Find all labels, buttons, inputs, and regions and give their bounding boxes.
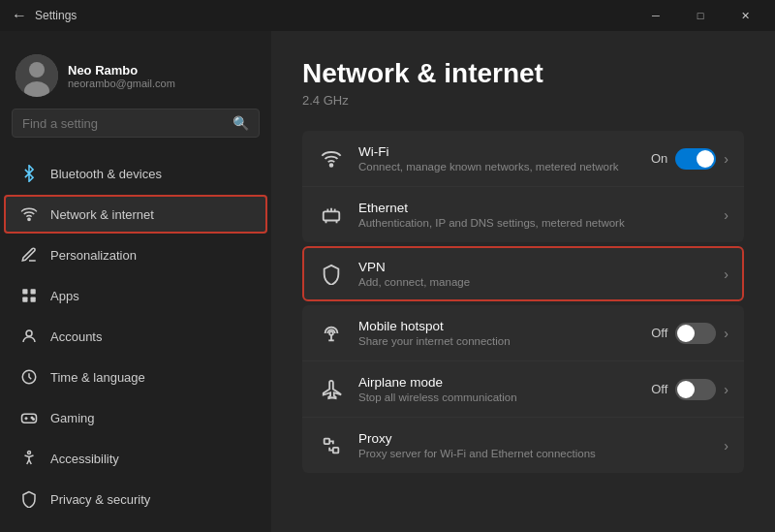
nav-item-network[interactable]: Network & internet [4, 195, 267, 234]
wifi-ethernet-card: Wi-Fi Connect, manage known networks, me… [302, 131, 744, 242]
ethernet-title: Ethernet [358, 201, 710, 215]
hotspot-title: Mobile hotspot [358, 319, 637, 333]
vpn-text: VPN Add, connect, manage [358, 260, 710, 288]
nav-item-gaming[interactable]: Gaming [4, 398, 267, 437]
nav-item[interactable]: Bluetooth & devices [4, 154, 267, 193]
profile[interactable]: Neo Rambo neorambo@gmail.com [12, 47, 260, 109]
svg-point-15 [28, 452, 31, 454]
apps-icon [19, 286, 39, 305]
avatar [16, 54, 58, 97]
wifi-chevron: › [724, 151, 728, 167]
ethernet-icon [318, 202, 345, 229]
titlebar-controls: ─ □ ✕ [634, 0, 767, 31]
vpn-setting[interactable]: VPN Add, connect, manage › [302, 246, 744, 301]
airplane-text: Airplane mode Stop all wireless communic… [358, 375, 637, 403]
airplane-chevron: › [724, 382, 728, 397]
proxy-title: Proxy [358, 431, 710, 446]
hotspot-text: Mobile hotspot Share your internet conne… [358, 319, 637, 347]
sidebar-item-label: Bluetooth & devices [50, 167, 162, 181]
toggle-thumb [697, 150, 714, 168]
proxy-setting[interactable]: Proxy Proxy server for Wi-Fi and Etherne… [302, 418, 744, 473]
proxy-text: Proxy Proxy server for Wi-Fi and Etherne… [358, 431, 710, 459]
svg-rect-6 [22, 297, 27, 302]
svg-point-8 [26, 330, 32, 336]
svg-point-1 [29, 62, 45, 78]
time-icon [19, 367, 39, 387]
sidebar-item-label: Personalization [50, 248, 137, 263]
sidebar-item-label: Accounts [50, 329, 102, 344]
proxy-icon [318, 432, 345, 459]
airplane-value: Off [651, 382, 667, 396]
misc-card: Mobile hotspot Share your internet conne… [302, 305, 744, 473]
airplane-toggle[interactable] [675, 379, 716, 400]
airplane-title: Airplane mode [358, 375, 637, 390]
sidebar: Neo Rambo neorambo@gmail.com 🔍 Bluetooth… [0, 31, 271, 532]
minimize-button[interactable]: ─ [634, 0, 678, 31]
profile-name: Neo Rambo [68, 63, 175, 78]
wifi-title: Wi-Fi [358, 144, 637, 159]
proxy-chevron: › [724, 438, 728, 454]
nav-item-accounts[interactable]: Accounts [4, 317, 267, 356]
wifi-desc: Connect, manage known networks, metered … [358, 161, 637, 172]
toggle-thumb [677, 325, 695, 342]
svg-point-16 [330, 164, 333, 167]
network-icon [19, 204, 39, 224]
personalization-icon [19, 245, 39, 265]
airplane-setting[interactable]: Airplane mode Stop all wireless communic… [302, 361, 744, 418]
profile-info: Neo Rambo neorambo@gmail.com [68, 63, 175, 89]
hotspot-icon [318, 320, 345, 347]
ethernet-setting[interactable]: Ethernet Authentication, IP and DNS sett… [302, 187, 744, 242]
profile-email: neorambo@gmail.com [68, 78, 175, 89]
sidebar-item-label: Gaming [50, 411, 95, 425]
nav-item-apps[interactable]: Apps [4, 276, 267, 315]
svg-rect-5 [31, 289, 36, 294]
search-box[interactable]: 🔍 [12, 109, 260, 138]
vpn-icon [318, 261, 345, 288]
vpn-card: VPN Add, connect, manage › [302, 246, 744, 301]
nav-item-update[interactable]: Windows Update [4, 520, 267, 532]
ethernet-desc: Authentication, IP and DNS settings, met… [358, 217, 710, 229]
sidebar-item-label: Network & internet [50, 207, 154, 222]
svg-rect-24 [325, 438, 330, 444]
ethernet-text: Ethernet Authentication, IP and DNS sett… [358, 201, 710, 229]
gaming-icon [19, 408, 39, 427]
accounts-icon [19, 327, 39, 346]
back-button[interactable]: ← [12, 7, 27, 24]
nav-item-personalization[interactable]: Personalization [4, 235, 267, 274]
wifi-setting[interactable]: Wi-Fi Connect, manage known networks, me… [302, 131, 744, 187]
svg-rect-7 [31, 297, 36, 302]
vpn-right: › [724, 266, 728, 282]
sidebar-item-label: Apps [50, 289, 79, 303]
wifi-value: On [651, 151, 667, 166]
vpn-card-highlighted: VPN Add, connect, manage › [302, 246, 744, 301]
titlebar-title: Settings [35, 9, 77, 22]
proxy-right: › [724, 438, 728, 454]
maximize-button[interactable]: □ [678, 0, 723, 31]
search-input[interactable] [22, 116, 232, 131]
ethernet-right: › [724, 207, 728, 223]
svg-point-3 [28, 218, 30, 220]
wifi-icon [318, 145, 345, 172]
ethernet-chevron: › [724, 207, 728, 223]
page-subtitle: 2.4 GHz [302, 93, 744, 108]
nav-item-privacy[interactable]: Privacy & security [4, 480, 267, 518]
svg-rect-25 [333, 447, 339, 453]
wifi-right: On › [651, 148, 728, 170]
hotspot-toggle[interactable] [675, 323, 716, 344]
hotspot-desc: Share your internet connection [358, 335, 637, 347]
wifi-toggle[interactable] [675, 148, 716, 170]
search-icon[interactable]: 🔍 [232, 115, 249, 131]
wifi-text: Wi-Fi Connect, manage known networks, me… [358, 144, 637, 172]
nav-item-time[interactable]: Time & language [4, 358, 267, 396]
svg-point-23 [329, 331, 333, 335]
hotspot-setting[interactable]: Mobile hotspot Share your internet conne… [302, 305, 744, 361]
vpn-title: VPN [358, 260, 710, 274]
hotspot-right: Off › [651, 323, 728, 344]
page-title: Network & internet [302, 58, 744, 89]
close-button[interactable]: ✕ [723, 0, 767, 31]
airplane-right: Off › [651, 379, 728, 400]
main-content: Network & internet 2.4 GHz Wi-Fi Connect… [271, 31, 775, 532]
accessibility-icon [19, 449, 39, 468]
sidebar-item-label: Accessibility [50, 452, 119, 466]
nav-item-accessibility[interactable]: Accessibility [4, 439, 267, 478]
